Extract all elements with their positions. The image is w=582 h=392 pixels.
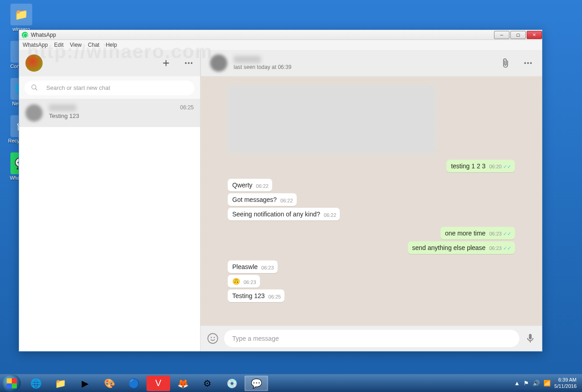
message-outgoing[interactable]: testing 1 2 306:20 ✓✓ bbox=[446, 160, 515, 172]
chat-contact-avatar[interactable] bbox=[210, 54, 227, 72]
message-row: Testing 12306:25 bbox=[228, 289, 515, 302]
message-outgoing[interactable]: send anything else please06:23 ✓✓ bbox=[408, 241, 515, 254]
taskbar-ie[interactable]: 🌐 bbox=[24, 376, 48, 391]
titlebar[interactable]: WhatsApp ─ ▢ ✕ bbox=[19, 30, 542, 40]
message-time: 06:23 bbox=[244, 279, 256, 285]
taskbar-firefox[interactable]: 🦊 bbox=[171, 376, 195, 391]
tray-chevron-icon[interactable]: ▲ bbox=[514, 380, 520, 387]
message-text: Testing 123 bbox=[232, 292, 265, 299]
chat-status: last seen today at 06:39 bbox=[234, 64, 500, 70]
menu-edit[interactable]: Edit bbox=[54, 42, 64, 48]
contact-name bbox=[49, 104, 76, 111]
message-time: 06:22 bbox=[280, 198, 293, 203]
chat-list-item[interactable]: 06:25 Testing 123 bbox=[19, 99, 200, 127]
search-input[interactable]: Search or start new chat bbox=[24, 80, 195, 95]
sidebar-header bbox=[19, 50, 200, 76]
compose-bar: Type a message bbox=[201, 326, 542, 351]
maximize-button[interactable]: ▢ bbox=[510, 31, 526, 39]
taskbar-whatsapp[interactable]: 💬 bbox=[245, 376, 268, 391]
read-ticks-icon: ✓✓ bbox=[502, 245, 511, 251]
chat-contact-name bbox=[234, 56, 261, 63]
tray-volume-icon[interactable]: 🔊 bbox=[533, 380, 540, 387]
menu-help[interactable]: Help bbox=[106, 42, 117, 48]
taskbar-clock[interactable]: 6:39 AM 5/11/2016 bbox=[554, 377, 577, 389]
taskbar-app2[interactable]: ⚙ bbox=[196, 376, 219, 391]
message-text: Qwerty bbox=[232, 181, 252, 189]
message-row: Pleaswle06:23 bbox=[228, 260, 515, 273]
message-incoming[interactable]: Got messages?06:22 bbox=[228, 193, 297, 206]
message-row: Seeing notification of any kind?06:22 bbox=[228, 208, 515, 220]
user-avatar[interactable] bbox=[25, 54, 43, 72]
mic-icon[interactable] bbox=[525, 333, 536, 344]
message-text: send anything else please bbox=[412, 244, 486, 251]
message-time: 06:23 bbox=[261, 265, 274, 270]
taskbar-vivaldi[interactable]: V bbox=[147, 376, 170, 391]
emoji-icon[interactable] bbox=[207, 333, 219, 344]
close-button[interactable]: ✕ bbox=[527, 31, 542, 39]
svg-point-8 bbox=[208, 333, 218, 343]
attach-icon[interactable] bbox=[500, 58, 510, 68]
search-icon bbox=[31, 84, 38, 91]
window-title: WhatsApp bbox=[31, 32, 493, 38]
message-text: 🙃 bbox=[232, 278, 240, 285]
messages-area[interactable]: testing 1 2 306:20 ✓✓Qwerty06:22Got mess… bbox=[201, 76, 542, 326]
svg-point-0 bbox=[185, 62, 187, 64]
svg-point-3 bbox=[32, 85, 36, 89]
message-incoming[interactable]: Testing 12306:25 bbox=[228, 289, 284, 302]
read-ticks-icon: ✓✓ bbox=[502, 231, 511, 236]
message-row: 🙃06:23 bbox=[228, 275, 515, 288]
sidebar: Search or start new chat 06:25 Testing 1… bbox=[19, 50, 201, 351]
message-incoming[interactable]: Seeing notification of any kind?06:22 bbox=[228, 208, 340, 220]
taskbar-app1[interactable]: 🎨 bbox=[98, 376, 121, 391]
whatsapp-window: WhatsApp ─ ▢ ✕ WhatsApp Edit View Chat H… bbox=[19, 29, 543, 352]
desktop-icon-winaero[interactable]: 📁 winaero bbox=[5, 4, 37, 32]
svg-point-1 bbox=[188, 62, 190, 64]
whatsapp-app-icon bbox=[22, 32, 28, 38]
message-incoming[interactable]: 🙃06:23 bbox=[228, 275, 260, 288]
start-button[interactable] bbox=[3, 374, 21, 392]
message-time: 06:22 bbox=[324, 212, 337, 218]
search-placeholder: Search or start new chat bbox=[46, 84, 110, 91]
new-chat-icon[interactable] bbox=[161, 58, 171, 68]
folder-icon: 📁 bbox=[10, 4, 32, 25]
tray-network-icon[interactable]: 📶 bbox=[543, 380, 551, 387]
menu-whatsapp[interactable]: WhatsApp bbox=[23, 42, 48, 48]
tray-flag-icon[interactable]: ⚑ bbox=[523, 380, 529, 387]
clock-date: 5/11/2016 bbox=[554, 383, 577, 389]
message-row: send anything else please06:23 ✓✓ bbox=[228, 241, 515, 254]
menu-dots-icon[interactable] bbox=[184, 58, 194, 68]
message-time: 06:22 bbox=[256, 183, 269, 189]
message-time: 06:23 ✓✓ bbox=[489, 245, 511, 251]
contact-avatar bbox=[25, 104, 43, 122]
taskbar: 🌐 📁 ▶ 🎨 🔵 V 🦊 ⚙ 💿 💬 ▲ ⚑ 🔊 📶 6:39 AM 5/11… bbox=[0, 374, 582, 392]
svg-point-5 bbox=[524, 62, 526, 64]
menu-view[interactable]: View bbox=[70, 42, 82, 48]
chat-pane: last seen today at 06:39 testing 1 2 306… bbox=[201, 50, 542, 351]
message-time: 06:25 bbox=[269, 294, 281, 299]
svg-point-7 bbox=[530, 62, 532, 64]
svg-point-10 bbox=[214, 337, 215, 338]
menu-chat[interactable]: Chat bbox=[88, 42, 99, 48]
message-row: testing 1 2 306:20 ✓✓ bbox=[228, 160, 515, 172]
message-text: testing 1 2 3 bbox=[451, 162, 485, 170]
taskbar-app3[interactable]: 💿 bbox=[220, 376, 244, 391]
message-text: Got messages? bbox=[232, 196, 277, 203]
chat-time: 06:25 bbox=[180, 104, 194, 111]
taskbar-chrome[interactable]: 🔵 bbox=[122, 376, 146, 391]
redacted-messages bbox=[228, 85, 436, 153]
minimize-button[interactable]: ─ bbox=[494, 31, 509, 39]
taskbar-mediaplayer[interactable]: ▶ bbox=[73, 376, 97, 391]
svg-point-2 bbox=[191, 62, 193, 64]
taskbar-explorer[interactable]: 📁 bbox=[49, 376, 72, 391]
message-text: one more time bbox=[445, 230, 485, 237]
svg-line-4 bbox=[35, 88, 37, 90]
chat-menu-icon[interactable] bbox=[523, 58, 533, 68]
svg-point-9 bbox=[210, 337, 212, 338]
message-incoming[interactable]: Qwerty06:22 bbox=[228, 179, 272, 191]
message-time: 06:20 ✓✓ bbox=[489, 164, 511, 170]
message-row: one more time06:23 ✓✓ bbox=[228, 227, 515, 240]
compose-placeholder: Type a message bbox=[232, 335, 279, 342]
message-input[interactable]: Type a message bbox=[224, 330, 519, 347]
message-incoming[interactable]: Pleaswle06:23 bbox=[228, 260, 278, 273]
message-outgoing[interactable]: one more time06:23 ✓✓ bbox=[440, 227, 515, 240]
